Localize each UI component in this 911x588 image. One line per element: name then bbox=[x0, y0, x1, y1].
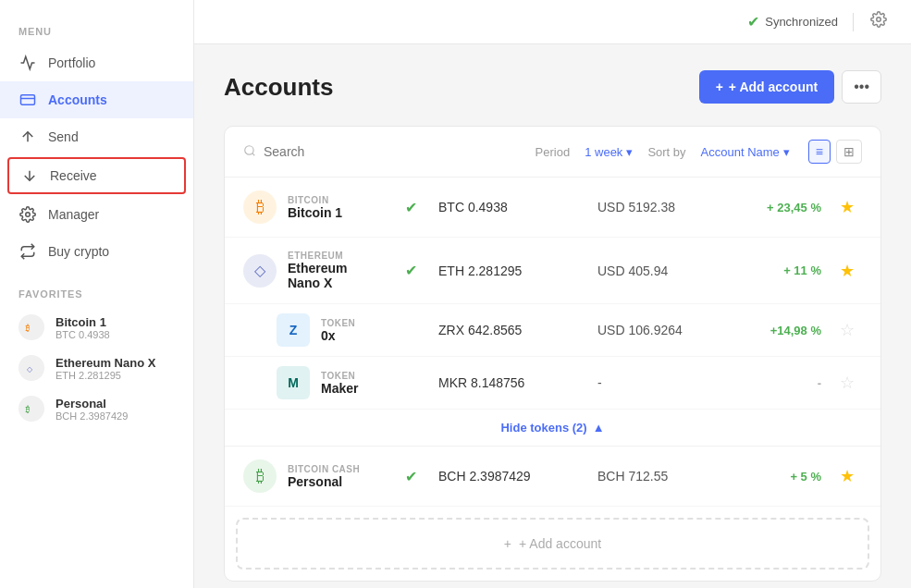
sidebar-item-buy-crypto[interactable]: Buy crypto bbox=[0, 233, 193, 270]
ethereum-star-icon[interactable]: ★ bbox=[840, 261, 855, 281]
ethereum-icon: ◇ bbox=[243, 254, 277, 288]
fav-bitcoin1-balance: BTC 0.4938 bbox=[55, 329, 110, 340]
token-row-zrx: Z TOKEN 0x ZRX 642.8565 USD 106.9264 +14… bbox=[225, 304, 880, 357]
svg-text:◇: ◇ bbox=[27, 365, 33, 374]
zrx-star-icon[interactable]: ☆ bbox=[840, 320, 855, 340]
zrx-name: 0x bbox=[321, 328, 383, 343]
buy-crypto-icon bbox=[18, 242, 37, 261]
zrx-star[interactable]: ☆ bbox=[832, 320, 862, 340]
sidebar-item-send[interactable]: Send bbox=[0, 118, 193, 155]
bitcoin1-type: BITCOIN bbox=[288, 195, 383, 205]
bitcoin1-star-icon[interactable]: ★ bbox=[840, 197, 855, 217]
hide-tokens-row[interactable]: Hide tokens (2) ▲ bbox=[225, 410, 880, 447]
personal-usd: BCH 712.55 bbox=[597, 469, 727, 484]
svg-line-10 bbox=[252, 153, 255, 155]
bitcoin1-sync-check: ✔ bbox=[394, 199, 427, 216]
fav-ethereum[interactable]: ◇ Ethereum Nano X ETH 2.281295 bbox=[0, 348, 193, 388]
personal-star-icon[interactable]: ★ bbox=[840, 466, 855, 486]
svg-text:₿: ₿ bbox=[25, 405, 30, 414]
personal-balance: BCH 2.3987429 bbox=[438, 469, 586, 484]
zrx-change: +14,98 % bbox=[738, 324, 821, 337]
svg-point-8 bbox=[877, 18, 881, 22]
sync-label: Synchronized bbox=[765, 15, 838, 29]
maker-balance: MKR 8.148756 bbox=[438, 375, 586, 390]
grid-view-icon: ⊞ bbox=[843, 144, 855, 159]
ethereum-info: ETHEREUM Ethereum Nano X bbox=[288, 251, 383, 290]
fav-ethereum-icon: ◇ bbox=[18, 355, 44, 381]
sidebar-item-portfolio-label: Portfolio bbox=[48, 55, 95, 70]
account-row-personal: ₿ BITCOIN CASH Personal ✔ BCH 2.3987429 … bbox=[225, 447, 880, 507]
sidebar: MENU Portfolio Accounts Send Receive Man… bbox=[0, 0, 194, 588]
zrx-info: TOKEN 0x bbox=[321, 318, 383, 343]
sidebar-item-portfolio[interactable]: Portfolio bbox=[0, 44, 193, 81]
view-toggle: ≡ ⊞ bbox=[808, 140, 862, 164]
personal-icon: ₿ bbox=[243, 459, 277, 493]
svg-point-4 bbox=[26, 213, 31, 217]
zrx-icon: Z bbox=[277, 313, 310, 347]
accounts-card: Period 1 week ▾ Sort by Account Name ▾ ≡ bbox=[224, 126, 881, 582]
maker-star[interactable]: ☆ bbox=[832, 373, 862, 393]
add-account-bottom-label: + Add account bbox=[519, 536, 601, 551]
bitcoin1-icon: ₿ bbox=[243, 190, 277, 224]
search-icon bbox=[243, 144, 256, 160]
ethereum-usd: USD 405.94 bbox=[597, 263, 727, 278]
ethereum-balance: ETH 2.281295 bbox=[438, 263, 586, 278]
maker-star-icon[interactable]: ☆ bbox=[840, 373, 855, 393]
bitcoin1-change: + 23,45 % bbox=[738, 201, 821, 214]
sort-chevron-icon: ▾ bbox=[783, 145, 790, 159]
sidebar-item-receive-label: Receive bbox=[50, 168, 97, 183]
settings-button[interactable] bbox=[868, 9, 889, 34]
hide-tokens-label: Hide tokens (2) bbox=[500, 421, 586, 435]
bitcoin1-info: BITCOIN Bitcoin 1 bbox=[288, 195, 383, 220]
maker-type: TOKEN bbox=[321, 371, 383, 381]
add-account-bottom-row[interactable]: + + Add account bbox=[236, 518, 869, 570]
sidebar-item-accounts[interactable]: Accounts bbox=[0, 81, 193, 118]
zrx-type: TOKEN bbox=[321, 318, 383, 328]
personal-sync-check: ✔ bbox=[394, 468, 427, 485]
accounts-toolbar: Period 1 week ▾ Sort by Account Name ▾ ≡ bbox=[225, 127, 880, 178]
sidebar-item-receive[interactable]: Receive bbox=[7, 157, 186, 194]
fav-bitcoin1[interactable]: ₿ Bitcoin 1 BTC 0.4938 bbox=[0, 307, 193, 348]
search-input[interactable] bbox=[264, 144, 524, 159]
bitcoin1-star[interactable]: ★ bbox=[832, 197, 862, 217]
page-header: Accounts + + Add account ••• bbox=[224, 70, 881, 104]
sidebar-item-buy-crypto-label: Buy crypto bbox=[48, 244, 109, 259]
sort-label: Sort by bbox=[647, 145, 685, 159]
favorites-section: FAVORITES ₿ Bitcoin 1 BTC 0.4938 ◇ Ether… bbox=[0, 281, 193, 429]
grid-view-button[interactable]: ⊞ bbox=[836, 140, 862, 164]
sync-check-icon: ✔ bbox=[747, 13, 759, 31]
sort-dropdown[interactable]: Account Name ▾ bbox=[701, 145, 790, 159]
account-row-bitcoin1: ₿ BITCOIN Bitcoin 1 ✔ BTC 0.4938 USD 519… bbox=[225, 178, 880, 238]
period-dropdown[interactable]: 1 week ▾ bbox=[585, 145, 633, 159]
search-box bbox=[243, 144, 524, 160]
fav-personal-balance: BCH 2.3987429 bbox=[55, 410, 128, 422]
receive-icon bbox=[20, 166, 39, 185]
period-value: 1 week bbox=[585, 145, 622, 159]
more-dots-icon: ••• bbox=[854, 79, 869, 95]
add-account-button[interactable]: + + Add account bbox=[699, 70, 835, 104]
bitcoin1-usd: USD 5192.38 bbox=[597, 200, 727, 214]
hide-tokens-chevron-icon: ▲ bbox=[593, 421, 605, 435]
personal-info: BITCOIN CASH Personal bbox=[288, 464, 383, 489]
page-title: Accounts bbox=[224, 73, 333, 102]
favorites-section-label: FAVORITES bbox=[0, 288, 193, 307]
zrx-usd: USD 106.9264 bbox=[597, 323, 727, 337]
fav-bitcoin1-icon: ₿ bbox=[18, 314, 44, 340]
main-content: ✔ Synchronized Accounts + + Add account … bbox=[194, 0, 911, 588]
ethereum-type: ETHEREUM bbox=[288, 251, 383, 261]
maker-info: TOKEN Maker bbox=[321, 371, 383, 396]
period-chevron-icon: ▾ bbox=[626, 145, 633, 159]
bitcoin1-name: Bitcoin 1 bbox=[288, 205, 383, 220]
list-view-button[interactable]: ≡ bbox=[808, 140, 831, 164]
maker-name: Maker bbox=[321, 381, 383, 396]
bitcoin1-balance: BTC 0.4938 bbox=[438, 200, 586, 214]
more-options-button[interactable]: ••• bbox=[842, 70, 881, 104]
sidebar-item-manager[interactable]: Manager bbox=[0, 196, 193, 233]
menu-section-label: MENU bbox=[0, 26, 193, 44]
personal-name: Personal bbox=[288, 474, 383, 489]
personal-star[interactable]: ★ bbox=[832, 466, 862, 486]
ethereum-star[interactable]: ★ bbox=[832, 261, 862, 281]
maker-icon: M bbox=[277, 366, 310, 399]
fav-personal[interactable]: ₿ Personal BCH 2.3987429 bbox=[0, 388, 193, 429]
zrx-balance: ZRX 642.8565 bbox=[438, 323, 586, 337]
